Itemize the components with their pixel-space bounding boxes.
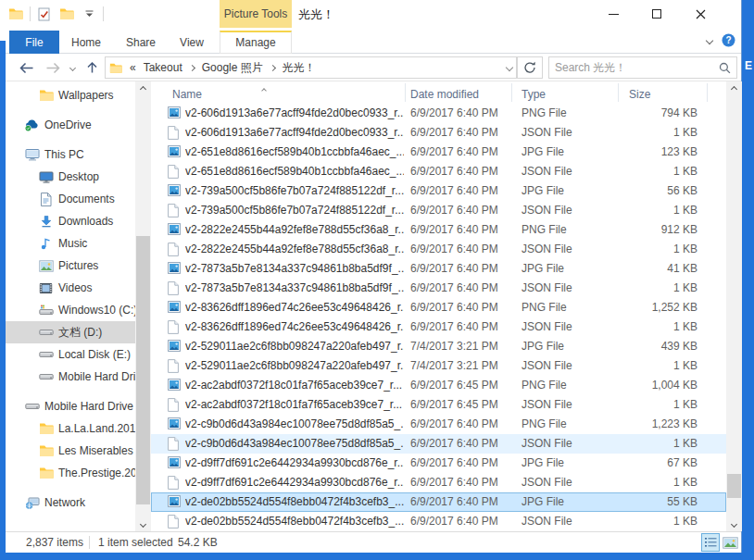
scroll-down-icon[interactable] — [135, 516, 151, 531]
expand-ribbon-icon[interactable] — [706, 36, 713, 44]
scrollbar-thumb[interactable] — [727, 474, 741, 498]
toolbar-divider — [103, 6, 104, 21]
column-divider[interactable] — [511, 83, 512, 102]
breadcrumb-google-photos[interactable]: Google 照片 — [198, 60, 267, 76]
title-bar: Picture Tools 光光！ — [0, 0, 741, 28]
sidebar-item-wallpapers[interactable]: Wallpapers — [0, 84, 135, 106]
file-row[interactable]: v2-83626dff1896ed74c26ee53c49648426_r...… — [151, 317, 726, 337]
file-type: JPG File — [522, 456, 564, 469]
details-view-button[interactable] — [701, 533, 720, 552]
scroll-up-icon[interactable] — [135, 81, 151, 96]
help-button[interactable]: ? — [722, 33, 735, 47]
sidebar-item-les-miserables-2[interactable]: Les Miserables 2 — [0, 440, 135, 462]
sidebar-item-network[interactable]: Network — [0, 492, 135, 514]
sidebar-item-mobile-hard-drive[interactable]: Mobile Hard Drive — [0, 395, 135, 417]
file-row[interactable]: v2-ac2abdf0372f18c01fa7f65aceb39ce7_r...… — [151, 395, 726, 415]
sidebar-item-windows10-c[interactable]: Windows10 (C:) — [0, 299, 135, 321]
breadcrumb-separator-icon[interactable] — [189, 64, 195, 70]
sidebar-item-this-pc[interactable]: This PC — [0, 143, 135, 166]
tab-file[interactable]: File — [9, 31, 59, 54]
file-row[interactable]: v2-d9ff7df691c2e6442934a9930bcd876e_r...… — [151, 473, 726, 492]
file-row[interactable]: v2-7873a5b7e8134a337c94861b8ba5df9f_...6… — [151, 279, 726, 298]
file-row[interactable]: v2-de02bb5524d554f8ebb0472f4b3cefb3_...6… — [151, 492, 726, 512]
thumbnail-view-button[interactable] — [721, 533, 739, 552]
tab-share[interactable]: Share — [119, 31, 162, 54]
forward-button[interactable] — [43, 58, 63, 77]
sidebar-item-local-disk-e[interactable]: Local Disk (E:) — [0, 343, 135, 366]
scroll-down-icon[interactable] — [726, 516, 742, 531]
file-row[interactable]: v2-7873a5b7e8134a337c94861b8ba5df9f_...6… — [151, 259, 726, 279]
refresh-button[interactable] — [517, 56, 543, 79]
breadcrumb-overflow[interactable]: « — [126, 61, 140, 74]
file-size: 41 KB — [605, 262, 697, 275]
tab-view[interactable]: View — [171, 31, 212, 54]
sidebar-scrollbar[interactable] — [135, 81, 151, 531]
folder-icon — [38, 467, 54, 479]
close-button[interactable] — [685, 0, 716, 28]
column-divider[interactable] — [618, 83, 619, 102]
scrollbar-thumb[interactable] — [136, 236, 150, 504]
column-header-size[interactable]: Size — [629, 88, 650, 101]
column-header-type[interactable]: Type — [522, 88, 546, 101]
file-row[interactable]: v2-83626dff1896ed74c26ee53c49648426_r...… — [151, 298, 726, 317]
column-divider[interactable] — [707, 83, 708, 102]
file-row[interactable]: v2-529011ae2c6f8bb098247a220afeb497_r...… — [151, 337, 726, 356]
file-row[interactable]: v2-de02bb5524d554f8ebb0472f4b3cefb3_...6… — [151, 512, 726, 531]
sidebar-item-onedrive[interactable]: OneDrive — [0, 114, 135, 136]
file-row[interactable]: v2-2822e2455b44a92fef8e788d55cf36a8_r...… — [151, 220, 726, 240]
file-row[interactable]: v2-ac2abdf0372f18c01fa7f65aceb39ce7_r...… — [151, 376, 726, 395]
file-row[interactable]: v2-739a500cf5b86fe7b07a724f885122df_r...… — [151, 201, 726, 220]
file-list-scrollbar[interactable] — [726, 81, 742, 531]
sidebar-item-mobile-hard-dri[interactable]: Mobile Hard Dri — [0, 366, 135, 388]
column-header-date-modified[interactable]: Date modified — [410, 88, 479, 101]
scroll-up-icon[interactable] — [726, 81, 742, 96]
refresh-icon — [523, 61, 536, 74]
sidebar-item-la-la-land-2016[interactable]: La.La.Land.2016 — [0, 417, 135, 440]
file-row[interactable]: v2-529011ae2c6f8bb098247a220afeb497_r...… — [151, 356, 726, 376]
breadcrumb-takeout[interactable]: Takeout — [140, 61, 186, 74]
file-row[interactable]: v2-d9ff7df691c2e6442934a9930bcd876e_r...… — [151, 454, 726, 473]
image-file-icon — [168, 184, 181, 196]
file-date: 6/9/2017 6:40 PM — [410, 262, 498, 275]
sidebar-item-downloads[interactable]: Downloads — [0, 210, 135, 232]
back-button[interactable] — [16, 58, 36, 77]
properties-icon[interactable] — [36, 6, 53, 22]
column-divider[interactable] — [405, 83, 406, 102]
file-row[interactable]: v2-651e8d8616ecf589b40b1ccbbfa46aec_...6… — [151, 143, 726, 162]
file-row[interactable]: v2-2822e2455b44a92fef8e788d55cf36a8_r...… — [151, 240, 726, 259]
address-dropdown-icon[interactable] — [506, 64, 513, 71]
sidebar-item-videos[interactable]: Videos — [0, 277, 135, 299]
file-row[interactable]: v2-c9b0d6d43a984ec10078ee75d8df85a5_...6… — [151, 415, 726, 434]
file-row[interactable]: v2-651e8d8616ecf589b40b1ccbbfa46aec_...6… — [151, 162, 726, 181]
minimize-button[interactable] — [597, 0, 629, 28]
sidebar-item-desktop[interactable]: Desktop — [0, 166, 135, 188]
picture-tools-group[interactable]: Picture Tools — [220, 0, 292, 28]
file-size: 912 KB — [605, 223, 697, 236]
sidebar-item-the-prestige-200[interactable]: The.Prestige.200 — [0, 462, 135, 484]
breadcrumb-current-folder[interactable]: 光光！ — [279, 60, 320, 76]
sidebar-item-pictures[interactable]: Pictures — [0, 255, 135, 277]
file-row[interactable]: v2-606d1913a6e77acff94fde2d0bec0933_r...… — [151, 123, 726, 143]
customize-toolbar-icon[interactable] — [81, 6, 97, 22]
new-folder-icon[interactable] — [58, 6, 75, 22]
folder-icon — [38, 89, 54, 102]
breadcrumb-separator-icon[interactable] — [270, 64, 276, 70]
file-type: JSON File — [522, 126, 572, 139]
tab-manage[interactable]: Manage — [220, 31, 292, 54]
column-header-name[interactable]: Name — [172, 88, 202, 101]
sidebar-item-music[interactable]: Music — [0, 232, 135, 255]
file-row[interactable]: v2-739a500cf5b86fe7b07a724f885122df_r...… — [151, 181, 726, 201]
search-input[interactable] — [549, 58, 719, 77]
explorer-folder-icon[interactable] — [7, 6, 24, 22]
file-row[interactable]: v2-c9b0d6d43a984ec10078ee75d8df85a5_...6… — [151, 434, 726, 454]
file-row[interactable]: v2-606d1913a6e77acff94fde2d0bec0933_r...… — [151, 104, 726, 123]
file-type: JSON File — [522, 204, 572, 217]
tab-home[interactable]: Home — [65, 31, 107, 54]
up-button[interactable] — [82, 58, 102, 77]
sidebar-item-文档-d[interactable]: 文档 (D:) — [0, 321, 135, 343]
search-icon[interactable] — [719, 62, 731, 74]
recent-locations-icon[interactable] — [65, 58, 80, 77]
sidebar-item-documents[interactable]: Documents — [0, 188, 135, 210]
address-bar[interactable]: « Takeout Google 照片 光光！ — [105, 56, 517, 79]
maximize-button[interactable] — [641, 0, 672, 28]
